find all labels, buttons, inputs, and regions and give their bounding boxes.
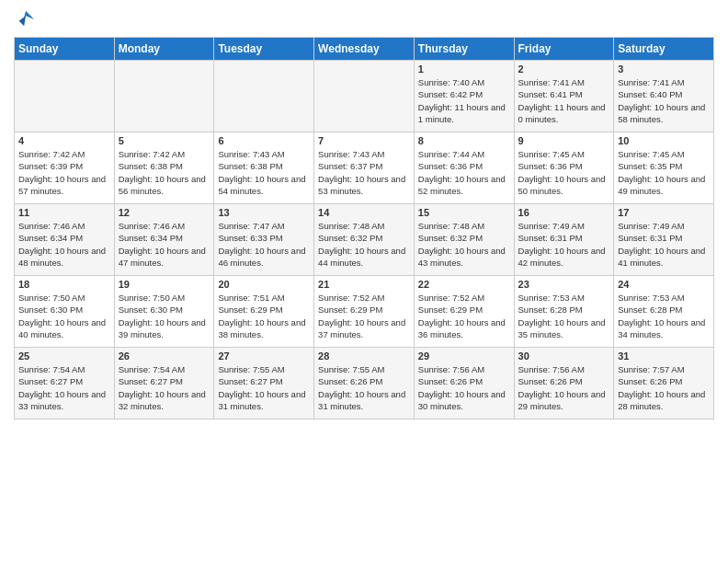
day-info: Sunrise: 7:50 AM Sunset: 6:30 PM Dayligh… (119, 292, 210, 340)
calendar-cell: 18Sunrise: 7:50 AM Sunset: 6:30 PM Dayli… (15, 276, 115, 348)
calendar-cell: 5Sunrise: 7:42 AM Sunset: 6:38 PM Daylig… (114, 132, 214, 204)
day-header-monday: Monday (114, 38, 214, 61)
day-info: Sunrise: 7:47 AM Sunset: 6:33 PM Dayligh… (218, 220, 310, 269)
day-header-sunday: Sunday (15, 38, 115, 61)
day-number: 24 (618, 279, 710, 290)
calendar-cell: 4Sunrise: 7:42 AM Sunset: 6:39 PM Daylig… (15, 132, 115, 204)
calendar-cell: 17Sunrise: 7:49 AM Sunset: 6:31 PM Dayli… (614, 204, 714, 276)
calendar-cell: 8Sunrise: 7:44 AM Sunset: 6:36 PM Daylig… (414, 132, 514, 204)
calendar-cell (314, 61, 415, 132)
day-info: Sunrise: 7:54 AM Sunset: 6:27 PM Dayligh… (18, 363, 110, 412)
calendar-table: SundayMondayTuesdayWednesdayThursdayFrid… (14, 37, 714, 419)
logo-icon (16, 9, 36, 29)
day-number: 14 (318, 207, 410, 218)
calendar-cell: 21Sunrise: 7:52 AM Sunset: 6:29 PM Dayli… (314, 276, 415, 348)
calendar-week-2: 11Sunrise: 7:46 AM Sunset: 6:34 PM Dayli… (15, 204, 714, 276)
day-info: Sunrise: 7:49 AM Sunset: 6:31 PM Dayligh… (518, 220, 610, 269)
day-info: Sunrise: 7:42 AM Sunset: 6:38 PM Dayligh… (119, 148, 210, 197)
calendar-cell: 19Sunrise: 7:50 AM Sunset: 6:30 PM Dayli… (114, 276, 214, 348)
calendar-cell: 24Sunrise: 7:53 AM Sunset: 6:28 PM Dayli… (614, 276, 714, 348)
day-info: Sunrise: 7:57 AM Sunset: 6:26 PM Dayligh… (618, 363, 710, 412)
day-info: Sunrise: 7:43 AM Sunset: 6:38 PM Dayligh… (218, 148, 310, 197)
day-info: Sunrise: 7:44 AM Sunset: 6:36 PM Dayligh… (418, 148, 510, 197)
day-info: Sunrise: 7:55 AM Sunset: 6:26 PM Dayligh… (318, 363, 410, 412)
day-info: Sunrise: 7:56 AM Sunset: 6:26 PM Dayligh… (418, 363, 510, 412)
day-info: Sunrise: 7:48 AM Sunset: 6:32 PM Dayligh… (418, 220, 510, 269)
day-number: 23 (518, 279, 610, 290)
day-info: Sunrise: 7:43 AM Sunset: 6:37 PM Dayligh… (318, 148, 410, 197)
day-number: 10 (618, 135, 710, 146)
calendar-cell: 11Sunrise: 7:46 AM Sunset: 6:34 PM Dayli… (15, 204, 115, 276)
day-info: Sunrise: 7:54 AM Sunset: 6:27 PM Dayligh… (119, 363, 210, 412)
calendar-cell: 30Sunrise: 7:56 AM Sunset: 6:26 PM Dayli… (514, 348, 614, 419)
day-number: 16 (518, 207, 610, 218)
calendar-cell: 10Sunrise: 7:45 AM Sunset: 6:35 PM Dayli… (614, 132, 714, 204)
day-number: 25 (18, 350, 110, 362)
day-info: Sunrise: 7:53 AM Sunset: 6:28 PM Dayligh… (518, 292, 610, 340)
day-number: 26 (119, 350, 210, 362)
day-header-thursday: Thursday (414, 38, 514, 61)
day-info: Sunrise: 7:56 AM Sunset: 6:26 PM Dayligh… (518, 363, 610, 412)
calendar-cell: 2Sunrise: 7:41 AM Sunset: 6:41 PM Daylig… (514, 61, 614, 132)
day-info: Sunrise: 7:41 AM Sunset: 6:40 PM Dayligh… (618, 76, 710, 125)
calendar-cell: 31Sunrise: 7:57 AM Sunset: 6:26 PM Dayli… (614, 348, 714, 419)
day-info: Sunrise: 7:52 AM Sunset: 6:29 PM Dayligh… (418, 292, 510, 340)
day-number: 29 (418, 350, 510, 362)
calendar-cell: 6Sunrise: 7:43 AM Sunset: 6:38 PM Daylig… (214, 132, 314, 204)
day-info: Sunrise: 7:40 AM Sunset: 6:42 PM Dayligh… (418, 76, 510, 125)
day-number: 28 (318, 350, 410, 362)
day-number: 3 (618, 63, 710, 75)
header (14, 9, 714, 29)
day-info: Sunrise: 7:42 AM Sunset: 6:39 PM Dayligh… (18, 148, 110, 197)
calendar-cell: 14Sunrise: 7:48 AM Sunset: 6:32 PM Dayli… (314, 204, 415, 276)
day-info: Sunrise: 7:41 AM Sunset: 6:41 PM Dayligh… (518, 76, 610, 125)
calendar-cell (214, 61, 314, 132)
logo (14, 9, 36, 29)
calendar-cell: 26Sunrise: 7:54 AM Sunset: 6:27 PM Dayli… (114, 348, 214, 419)
day-number: 5 (119, 135, 210, 146)
calendar-cell: 7Sunrise: 7:43 AM Sunset: 6:37 PM Daylig… (314, 132, 415, 204)
calendar-cell: 13Sunrise: 7:47 AM Sunset: 6:33 PM Dayli… (214, 204, 314, 276)
day-number: 20 (218, 279, 310, 290)
calendar-week-1: 4Sunrise: 7:42 AM Sunset: 6:39 PM Daylig… (15, 132, 714, 204)
page: SundayMondayTuesdayWednesdayThursdayFrid… (0, 0, 728, 429)
day-info: Sunrise: 7:46 AM Sunset: 6:34 PM Dayligh… (18, 220, 110, 269)
calendar-cell: 1Sunrise: 7:40 AM Sunset: 6:42 PM Daylig… (414, 61, 514, 132)
day-number: 27 (218, 350, 310, 362)
day-info: Sunrise: 7:55 AM Sunset: 6:27 PM Dayligh… (218, 363, 310, 412)
day-header-tuesday: Tuesday (214, 38, 314, 61)
calendar-cell: 16Sunrise: 7:49 AM Sunset: 6:31 PM Dayli… (514, 204, 614, 276)
day-number: 8 (418, 135, 510, 146)
day-header-friday: Friday (514, 38, 614, 61)
day-number: 1 (418, 63, 510, 75)
day-header-saturday: Saturday (614, 38, 714, 61)
day-number: 22 (418, 279, 510, 290)
calendar-cell: 29Sunrise: 7:56 AM Sunset: 6:26 PM Dayli… (414, 348, 514, 419)
calendar-cell (114, 61, 214, 132)
calendar-week-4: 25Sunrise: 7:54 AM Sunset: 6:27 PM Dayli… (15, 348, 714, 419)
day-number: 13 (218, 207, 310, 218)
day-number: 17 (618, 207, 710, 218)
day-info: Sunrise: 7:52 AM Sunset: 6:29 PM Dayligh… (318, 292, 410, 340)
day-number: 31 (618, 350, 710, 362)
day-number: 21 (318, 279, 410, 290)
day-number: 18 (18, 279, 110, 290)
calendar-cell: 15Sunrise: 7:48 AM Sunset: 6:32 PM Dayli… (414, 204, 514, 276)
day-number: 19 (119, 279, 210, 290)
calendar-week-3: 18Sunrise: 7:50 AM Sunset: 6:30 PM Dayli… (15, 276, 714, 348)
day-number: 2 (518, 63, 610, 75)
calendar-cell: 9Sunrise: 7:45 AM Sunset: 6:36 PM Daylig… (514, 132, 614, 204)
day-info: Sunrise: 7:45 AM Sunset: 6:35 PM Dayligh… (618, 148, 710, 197)
calendar-week-0: 1Sunrise: 7:40 AM Sunset: 6:42 PM Daylig… (15, 61, 714, 132)
day-info: Sunrise: 7:51 AM Sunset: 6:29 PM Dayligh… (218, 292, 310, 340)
day-info: Sunrise: 7:48 AM Sunset: 6:32 PM Dayligh… (318, 220, 410, 269)
logo-text (14, 9, 36, 29)
day-number: 9 (518, 135, 610, 146)
calendar-cell: 20Sunrise: 7:51 AM Sunset: 6:29 PM Dayli… (214, 276, 314, 348)
calendar-header-row: SundayMondayTuesdayWednesdayThursdayFrid… (15, 38, 714, 61)
calendar-cell: 12Sunrise: 7:46 AM Sunset: 6:34 PM Dayli… (114, 204, 214, 276)
day-info: Sunrise: 7:45 AM Sunset: 6:36 PM Dayligh… (518, 148, 610, 197)
day-number: 12 (119, 207, 210, 218)
day-number: 7 (318, 135, 410, 146)
day-number: 4 (18, 135, 110, 146)
